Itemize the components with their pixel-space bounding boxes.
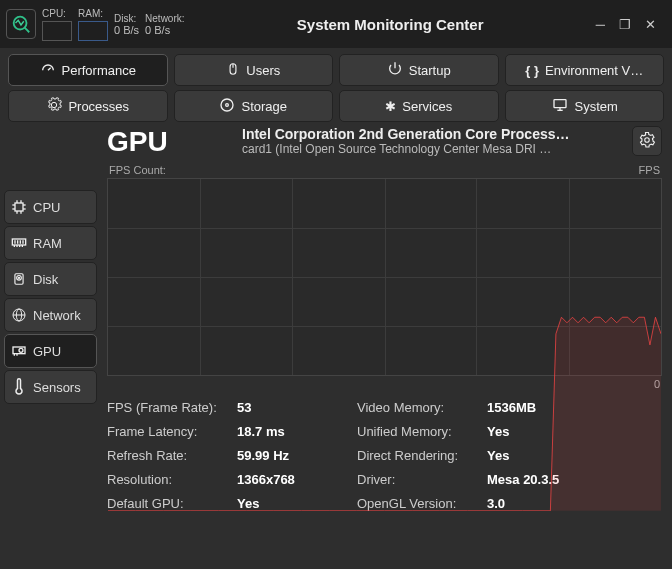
ram-icon (11, 237, 27, 249)
disk-icon (219, 97, 235, 116)
svg-rect-8 (554, 99, 566, 107)
svg-point-7 (226, 103, 229, 106)
tab-system[interactable]: System (505, 90, 665, 122)
titlebar: CPU: RAM: Disk: 0 B/s Network: 0 B/s Sys… (0, 0, 672, 48)
sidenav-cpu[interactable]: CPU (4, 190, 97, 224)
power-icon (387, 61, 403, 80)
svg-point-36 (19, 348, 23, 352)
tab-performance[interactable]: Performance (8, 54, 168, 86)
gear-icon (46, 97, 62, 116)
braces-icon: { } (525, 63, 539, 78)
hdd-icon (11, 271, 27, 287)
sidenav-gpu[interactable]: GPU (4, 334, 97, 368)
gpu-subname: card1 (Intel Open Source Technology Cent… (242, 142, 622, 156)
settings-button[interactable] (632, 126, 662, 156)
svg-line-2 (48, 67, 51, 70)
mouse-icon (226, 61, 240, 80)
maximize-button[interactable]: ❐ (619, 17, 631, 32)
chart-label-left: FPS Count: (109, 164, 166, 176)
tab-users[interactable]: Users (174, 54, 334, 86)
thermometer-icon (11, 378, 27, 396)
svg-rect-11 (15, 203, 23, 211)
svg-line-1 (25, 28, 30, 33)
gear-icon: ✱ (385, 99, 396, 114)
gpu-icon (11, 344, 27, 358)
main-tabs-row2: Processes Storage ✱ Services System (0, 86, 672, 122)
svg-point-6 (221, 99, 233, 111)
globe-icon (11, 307, 27, 323)
panel-cpu: CPU: (42, 8, 72, 41)
app-icon (6, 9, 36, 39)
fps-chart (107, 178, 662, 376)
panel-network: Network: 0 B/s (145, 13, 184, 36)
monitor-icon (551, 97, 569, 116)
perf-sidenav: CPU RAM Disk Network GPU (0, 122, 97, 563)
gear-icon (638, 131, 656, 152)
gauge-icon (40, 61, 56, 80)
tab-environment-variables[interactable]: { } Environment V… (505, 54, 665, 86)
main-tabs-row1: Performance Users Startup { } Environmen… (0, 48, 672, 86)
minimize-button[interactable]: ─ (596, 17, 605, 32)
sidenav-network[interactable]: Network (4, 298, 97, 332)
gpu-name: Intel Corporation 2nd Generation Core Pr… (242, 126, 622, 142)
page-title: GPU (107, 126, 232, 158)
panel-ram: RAM: (78, 8, 108, 41)
sidenav-sensors[interactable]: Sensors (4, 370, 97, 404)
panel-disk: Disk: 0 B/s (114, 13, 139, 36)
chart-label-right: FPS (639, 164, 660, 176)
svg-rect-20 (12, 239, 25, 245)
tab-services[interactable]: ✱ Services (339, 90, 499, 122)
window-title: System Monitoring Center (191, 16, 590, 33)
tab-processes[interactable]: Processes (8, 90, 168, 122)
sidenav-disk[interactable]: Disk (4, 262, 97, 296)
tab-storage[interactable]: Storage (174, 90, 334, 122)
cpu-icon (11, 199, 27, 215)
sidenav-ram[interactable]: RAM (4, 226, 97, 260)
close-button[interactable]: ✕ (645, 17, 656, 32)
svg-point-31 (18, 277, 19, 278)
tab-startup[interactable]: Startup (339, 54, 499, 86)
